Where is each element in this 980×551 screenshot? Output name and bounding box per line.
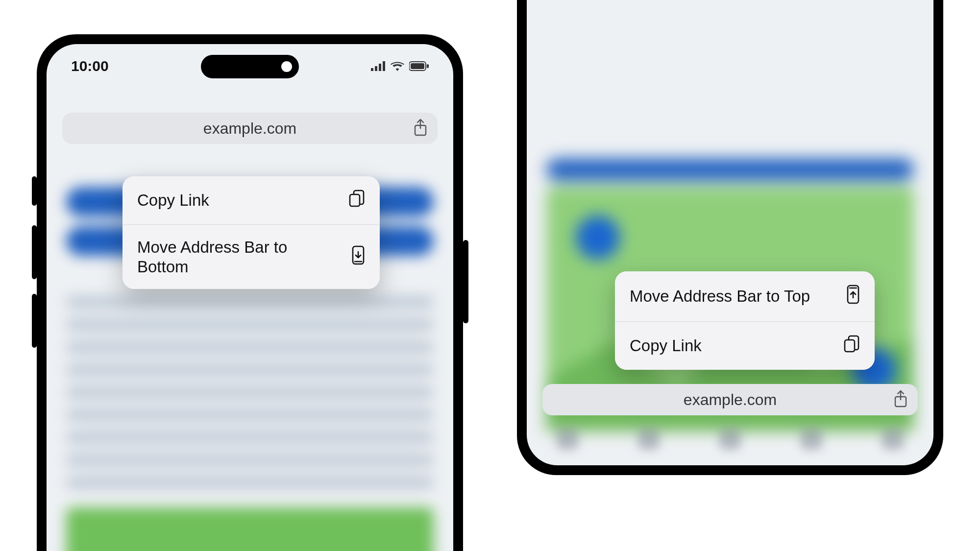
copy-icon	[348, 189, 365, 212]
context-menu-left: Copy Link Move Address Bar to Bottom	[122, 176, 380, 289]
phone-mockup-left: 10:00 example.com	[37, 34, 463, 551]
url-text: example.com	[684, 391, 777, 409]
copy-icon	[843, 335, 860, 357]
context-menu-right: Move Address Bar to Top Copy Link	[615, 271, 875, 370]
address-bar-bottom[interactable]: example.com	[542, 384, 918, 415]
status-time: 10:00	[71, 58, 109, 74]
bookmarks-icon[interactable]	[801, 428, 822, 450]
share-icon[interactable]	[893, 390, 908, 409]
svg-rect-6	[427, 64, 429, 68]
menu-item-copy-link[interactable]: Copy Link	[615, 321, 875, 370]
svg-rect-0	[371, 68, 373, 71]
tabs-icon[interactable]	[882, 428, 904, 450]
move-to-top-icon	[846, 284, 860, 309]
svg-rect-5	[411, 63, 424, 69]
forward-icon[interactable]	[638, 428, 660, 450]
svg-rect-8	[350, 194, 360, 206]
url-text: example.com	[203, 120, 296, 138]
status-bar: 10:00	[47, 58, 453, 74]
svg-rect-1	[375, 66, 377, 71]
menu-item-move-bottom[interactable]: Move Address Bar to Bottom	[122, 224, 380, 289]
svg-rect-2	[379, 64, 381, 71]
address-bar-top[interactable]: example.com	[62, 113, 438, 144]
volume-down-button	[32, 294, 37, 348]
menu-item-copy-link[interactable]: Copy Link	[122, 176, 380, 224]
phone-screen-left: 10:00 example.com	[47, 44, 453, 551]
phone-screen-right: Move Address Bar to Top Copy Link exampl…	[527, 0, 933, 465]
volume-up-button	[32, 225, 37, 279]
wifi-icon	[391, 61, 404, 71]
menu-item-label: Copy Link	[630, 336, 702, 356]
menu-item-move-top[interactable]: Move Address Bar to Top	[615, 271, 875, 321]
bottom-toolbar	[527, 424, 933, 454]
mute-switch	[32, 176, 37, 206]
menu-item-label: Copy Link	[137, 191, 209, 210]
share-toolbar-icon[interactable]	[719, 428, 741, 450]
svg-rect-13	[845, 340, 855, 352]
power-button	[463, 240, 468, 323]
menu-item-label: Move Address Bar to Bottom	[137, 238, 323, 276]
svg-rect-3	[383, 61, 385, 71]
back-icon[interactable]	[557, 428, 578, 450]
move-to-bottom-icon	[351, 245, 365, 269]
share-icon[interactable]	[413, 119, 428, 138]
menu-item-label: Move Address Bar to Top	[630, 287, 810, 306]
phone-mockup-right: Move Address Bar to Top Copy Link exampl…	[517, 0, 943, 475]
battery-icon	[409, 61, 429, 71]
cellular-icon	[371, 61, 386, 71]
